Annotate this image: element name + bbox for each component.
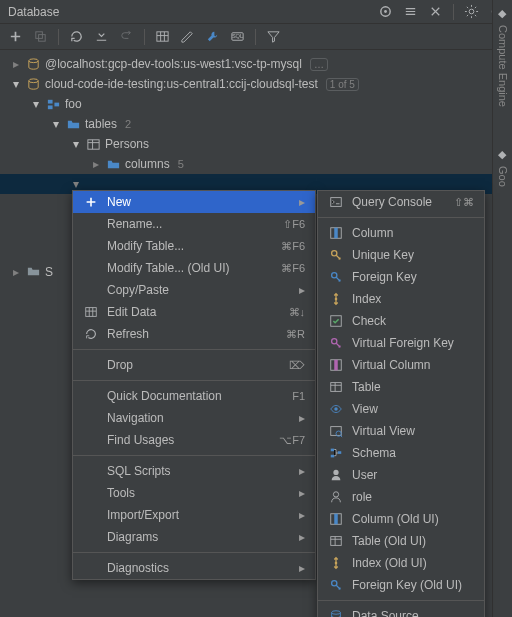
menu-divider bbox=[318, 217, 484, 218]
menu-label: Diagnostics bbox=[107, 561, 289, 575]
new-submenu: Query Console⇧⌘ColumnUnique KeyForeign K… bbox=[317, 190, 485, 617]
svg-point-40 bbox=[332, 611, 341, 615]
tables-folder-node[interactable]: ▾ tables 2 bbox=[0, 114, 512, 134]
stop-jump-icon[interactable] bbox=[94, 29, 109, 44]
chevron-down-icon[interactable]: ▾ bbox=[70, 138, 82, 150]
menu-divider bbox=[73, 552, 315, 553]
table-node-persons[interactable]: ▾ Persons bbox=[0, 134, 512, 154]
chevron-down-icon[interactable]: ▾ bbox=[30, 98, 42, 110]
blank-icon bbox=[83, 432, 99, 448]
collapse-icon[interactable] bbox=[403, 4, 418, 19]
svg-point-21 bbox=[335, 298, 338, 301]
submenu-item-foreign-key-old-ui[interactable]: Foreign Key (Old UI) bbox=[318, 574, 484, 596]
chevron-down-icon[interactable]: ▾ bbox=[70, 178, 82, 190]
submenu-item-virtual-view[interactable]: Virtual View bbox=[318, 420, 484, 442]
submenu-item-role[interactable]: role bbox=[318, 486, 484, 508]
menu-item-tools[interactable]: Tools▸ bbox=[73, 482, 315, 504]
svg-point-38 bbox=[335, 562, 338, 565]
submenu-item-view[interactable]: View bbox=[318, 398, 484, 420]
chevron-right-icon[interactable]: ▸ bbox=[90, 158, 102, 170]
submenu-item-index[interactable]: Index bbox=[318, 288, 484, 310]
chevron-right-icon[interactable]: ▸ bbox=[10, 266, 22, 278]
sql-icon[interactable]: SQL bbox=[230, 29, 245, 44]
datasource-icon bbox=[328, 608, 344, 617]
menu-label: Edit Data bbox=[107, 305, 281, 319]
refresh-icon[interactable] bbox=[69, 29, 84, 44]
submenu-item-schema[interactable]: Schema bbox=[318, 442, 484, 464]
menu-item-diagrams[interactable]: Diagrams▸ bbox=[73, 526, 315, 548]
blank-icon bbox=[83, 560, 99, 576]
shortcut: ⌘↓ bbox=[289, 306, 306, 319]
submenu-item-table[interactable]: Table bbox=[318, 376, 484, 398]
menu-item-modify-table-old-ui[interactable]: Modify Table... (Old UI)⌘F6 bbox=[73, 257, 315, 279]
context-menu: New▸Rename...⇧F6Modify Table...⌘F6Modify… bbox=[72, 190, 316, 580]
filter-icon[interactable] bbox=[266, 29, 281, 44]
svg-rect-30 bbox=[331, 449, 335, 452]
shortcut: F1 bbox=[292, 390, 305, 402]
menu-item-import-export[interactable]: Import/Export▸ bbox=[73, 504, 315, 526]
menu-divider bbox=[73, 349, 315, 350]
server-objects-node[interactable]: ▸ S bbox=[10, 264, 53, 279]
shortcut: ⌘R bbox=[286, 328, 305, 341]
submenu-item-column[interactable]: Column bbox=[318, 222, 484, 244]
menu-item-refresh[interactable]: Refresh⌘R bbox=[73, 323, 315, 345]
menu-item-quick-documentation[interactable]: Quick DocumentationF1 bbox=[73, 385, 315, 407]
ddl-icon[interactable] bbox=[180, 29, 195, 44]
shortcut: ⌥F7 bbox=[279, 434, 305, 447]
submenu-item-table-old-ui[interactable]: Table (Old UI) bbox=[318, 530, 484, 552]
add-icon[interactable] bbox=[8, 29, 23, 44]
gear-icon[interactable] bbox=[464, 4, 479, 19]
submenu-item-query-console[interactable]: Query Console⇧⌘ bbox=[318, 191, 484, 213]
blank-icon bbox=[83, 238, 99, 254]
node-label: columns bbox=[125, 157, 170, 171]
submenu-item-virtual-foreign-key[interactable]: Virtual Foreign Key bbox=[318, 332, 484, 354]
submenu-item-virtual-column[interactable]: Virtual Column bbox=[318, 354, 484, 376]
submenu-item-unique-key[interactable]: Unique Key bbox=[318, 244, 484, 266]
menu-item-sql-scripts[interactable]: SQL Scripts▸ bbox=[73, 460, 315, 482]
menu-item-drop[interactable]: Drop⌦ bbox=[73, 354, 315, 376]
menu-label: Copy/Paste bbox=[107, 283, 289, 297]
svg-rect-18 bbox=[334, 228, 338, 239]
chevron-right-icon[interactable]: ▸ bbox=[10, 58, 22, 70]
svg-point-2 bbox=[469, 9, 474, 14]
shortcut: ⌘F6 bbox=[281, 262, 305, 275]
schema-node-foo[interactable]: ▾ foo bbox=[0, 94, 512, 114]
submenu-item-check[interactable]: Check bbox=[318, 310, 484, 332]
target-icon[interactable] bbox=[378, 4, 393, 19]
submenu-item-index-old-ui[interactable]: Index (Old UI) bbox=[318, 552, 484, 574]
wrench-icon[interactable] bbox=[205, 29, 220, 44]
blank-icon bbox=[83, 507, 99, 523]
menu-item-copy-paste[interactable]: Copy/Paste▸ bbox=[73, 279, 315, 301]
menu-divider bbox=[318, 600, 484, 601]
split-icon[interactable] bbox=[428, 4, 443, 19]
menu-divider bbox=[73, 455, 315, 456]
submenu-item-column-old-ui[interactable]: Column (Old UI) bbox=[318, 508, 484, 530]
submenu-item-foreign-key[interactable]: Foreign Key bbox=[318, 266, 484, 288]
menu-label: Query Console bbox=[352, 195, 446, 209]
submenu-item-data-source[interactable]: Data Source bbox=[318, 605, 484, 617]
menu-item-rename[interactable]: Rename...⇧F6 bbox=[73, 213, 315, 235]
chevron-down-icon[interactable]: ▾ bbox=[10, 78, 22, 90]
sidebar-compute-engine[interactable]: ◆Compute Engine bbox=[493, 6, 512, 107]
ukey-icon bbox=[328, 247, 344, 263]
grid-icon[interactable] bbox=[155, 29, 170, 44]
menu-item-navigation[interactable]: Navigation▸ bbox=[73, 407, 315, 429]
menu-item-find-usages[interactable]: Find Usages⌥F7 bbox=[73, 429, 315, 451]
submenu-item-user[interactable]: User bbox=[318, 464, 484, 486]
node-label: cloud-code-ide-testing:us-central1:ccij-… bbox=[45, 77, 318, 91]
svg-rect-15 bbox=[86, 308, 97, 317]
chevron-down-icon[interactable]: ▾ bbox=[50, 118, 62, 130]
menu-item-new[interactable]: New▸ bbox=[73, 191, 315, 213]
svg-point-1 bbox=[384, 10, 387, 13]
refresh-icon bbox=[83, 326, 99, 342]
blank-icon bbox=[83, 260, 99, 276]
datasource-node-cloud-code[interactable]: ▾ cloud-code-ide-testing:us-central1:cci… bbox=[0, 74, 512, 94]
view-icon bbox=[328, 401, 344, 417]
sidebar-google[interactable]: ◆Goo bbox=[493, 147, 512, 187]
datasource-node-localhost[interactable]: ▸ @localhost:gcp-dev-tools:us-west1:vsc-… bbox=[0, 54, 512, 74]
menu-item-diagnostics[interactable]: Diagnostics▸ bbox=[73, 557, 315, 579]
right-sidebar: ◆Compute Engine ◆Goo bbox=[492, 0, 512, 617]
columns-folder-node[interactable]: ▸ columns 5 bbox=[0, 154, 512, 174]
menu-item-modify-table[interactable]: Modify Table...⌘F6 bbox=[73, 235, 315, 257]
menu-item-edit-data[interactable]: Edit Data⌘↓ bbox=[73, 301, 315, 323]
